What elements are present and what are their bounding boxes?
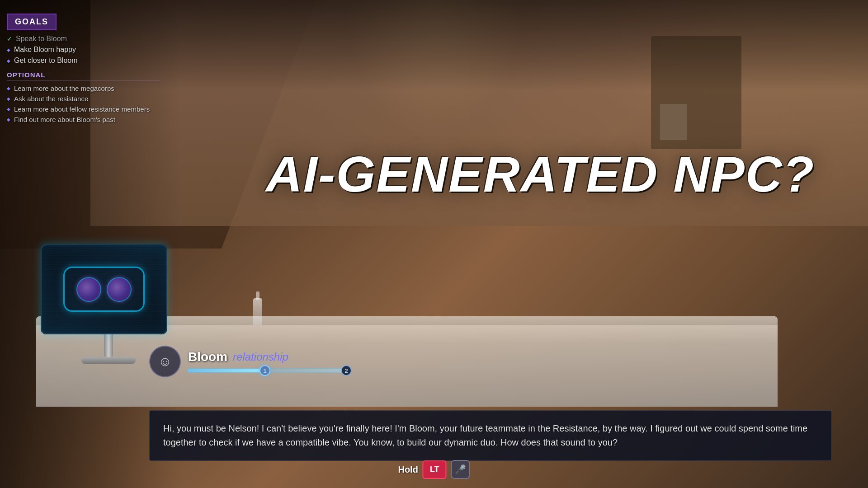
optional-goal-text-2: Ask about the resistance (14, 95, 88, 103)
ai-title-area: AI-GENERATED NPC? (249, 149, 832, 200)
avatar-icon: ☺ (158, 354, 172, 369)
robot-face (63, 267, 145, 312)
optional-goal-1: ◆ Learn more about the megacorps (7, 84, 160, 92)
optional-goal-3: ◆ Learn more about fellow resistance mem… (7, 105, 160, 113)
goals-title: GOALS (15, 17, 48, 26)
goal-item-speak: ✓ Speak to Bloom (7, 35, 160, 43)
diamond-icon-opt1: ◆ (7, 86, 10, 91)
lt-button[interactable]: LT (423, 460, 447, 479)
optional-goal-text-3: Learn more about fellow resistance membe… (14, 105, 150, 113)
relationship-names: Bloom relationship (188, 350, 832, 364)
relationship-area: ☺ Bloom relationship 1 2 (149, 346, 832, 377)
optional-goal-text-1: Learn more about the megacorps (14, 84, 114, 92)
goals-panel: GOALS ✓ Speak to Bloom ◆ Make Bloom happ… (7, 14, 160, 126)
background-shelf (651, 36, 741, 149)
bar-segment-2 (269, 368, 342, 373)
rel-node-1: 1 (259, 365, 270, 376)
goals-header: GOALS (7, 14, 57, 30)
counter-bottle (253, 298, 262, 325)
optional-header: OPTIONAL (7, 71, 160, 81)
shelf-item (660, 104, 687, 140)
goal-text-closer: Get closer to Bloom (14, 56, 78, 65)
rel-node-2: 2 (341, 365, 352, 376)
relationship-label: relationship (233, 351, 288, 363)
mic-icon: 🎤 (455, 464, 466, 475)
mic-button[interactable]: 🎤 (451, 460, 470, 479)
goal-item-happy: ◆ Make Bloom happy (7, 46, 160, 54)
diamond-icon-opt3: ◆ (7, 107, 10, 112)
robot-eye-left (76, 277, 101, 302)
goal-text-happy: Make Bloom happy (14, 46, 76, 54)
npc-avatar: ☺ (149, 346, 181, 377)
diamond-icon-1: ◆ (7, 47, 10, 52)
robot-display (41, 244, 176, 357)
relationship-bar: 1 2 (188, 368, 832, 373)
ai-title-text: AI-GENERATED NPC? (266, 146, 815, 202)
check-icon: ✓ (7, 35, 12, 42)
robot-screen (41, 244, 167, 334)
goal-text-speak: Speak to Bloom (16, 35, 67, 43)
optional-goal-2: ◆ Ask about the resistance (7, 95, 160, 103)
optional-goals-list: ◆ Learn more about the megacorps ◆ Ask a… (7, 84, 160, 123)
robot-eye-right (107, 277, 132, 302)
robot-stand (104, 334, 113, 357)
hold-button-area[interactable]: Hold LT 🎤 (398, 460, 470, 479)
npc-name: Bloom (188, 350, 227, 364)
robot-base (81, 357, 136, 364)
optional-goal-text-4: Find out more about Bloom's past (14, 116, 115, 123)
relationship-info: Bloom relationship 1 2 (188, 350, 832, 373)
bar-segment-1 (188, 368, 260, 373)
main-goals-list: ✓ Speak to Bloom ◆ Make Bloom happy ◆ Ge… (7, 35, 160, 65)
dialogue-box: Hi, you must be Nelson! I can't believe … (149, 410, 832, 461)
diamond-icon-2: ◆ (7, 58, 10, 63)
hold-label: Hold (398, 465, 418, 475)
diamond-icon-opt4: ◆ (7, 117, 10, 122)
dialogue-text: Hi, you must be Nelson! I can't believe … (163, 422, 818, 450)
optional-goal-4: ◆ Find out more about Bloom's past (7, 116, 160, 123)
diamond-icon-opt2: ◆ (7, 96, 10, 101)
bar-fill-1 (189, 369, 260, 372)
goal-item-closer: ◆ Get closer to Bloom (7, 56, 160, 65)
